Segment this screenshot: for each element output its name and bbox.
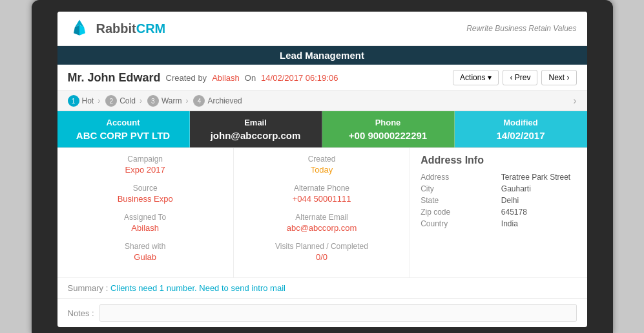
campaign-label: Campaign: [68, 155, 223, 164]
field-source: Source Business Expo: [68, 184, 223, 204]
card-phone: Phone +00 90000222291: [322, 111, 455, 147]
notes-label: Notes :: [68, 308, 94, 318]
main-content: Campaign Expo 2017 Source Business Expo …: [57, 148, 587, 277]
card-phone-label: Phone: [327, 118, 449, 127]
addr-key-state: State: [421, 196, 496, 205]
created-by-prefix: Created by: [166, 73, 207, 83]
card-modified: Modified 14/02/2017: [455, 111, 587, 147]
addr-val-city: Gauharti: [501, 184, 577, 193]
assigned-to-value: Abilash: [68, 223, 223, 233]
laptop-wrapper: RabbitCRM Rewrite Business Retain Values…: [32, 0, 613, 333]
address-grid: Address Teratree Park Street City Gauhar…: [421, 173, 576, 228]
logo-icon: [68, 17, 91, 40]
field-shared-with: Shared with Gulab: [68, 242, 223, 262]
next-button[interactable]: Next ›: [541, 70, 576, 85]
card-modified-label: Modified: [460, 118, 582, 127]
assigned-to-label: Assigned To: [68, 213, 223, 222]
visits-label: Visits Planned / Completed: [244, 242, 399, 251]
card-account: Account ABC CORP PVT LTD: [57, 111, 190, 147]
created-value: Today: [244, 165, 399, 175]
svg-marker-2: [79, 25, 85, 36]
created-label: Created: [244, 155, 399, 164]
addr-val-country: India: [501, 219, 577, 228]
card-phone-value: +00 90000222291: [327, 130, 449, 141]
addr-val-state: Delhi: [501, 196, 577, 205]
addr-key-zip: Zip code: [421, 208, 496, 217]
field-campaign: Campaign Expo 2017: [68, 155, 223, 175]
field-visits: Visits Planned / Completed 0/0: [244, 242, 399, 262]
on-text: On: [245, 73, 256, 83]
left-col: Campaign Expo 2017 Source Business Expo …: [57, 148, 234, 277]
alt-phone-label: Alternate Phone: [244, 184, 399, 193]
source-label: Source: [68, 184, 223, 193]
visits-value: 0/0: [244, 252, 399, 262]
notes-section: Notes :: [57, 298, 587, 327]
tagline: Rewrite Business Retain Values: [466, 24, 576, 33]
addr-key-city: City: [421, 184, 496, 193]
step-badge-4: 4: [193, 95, 205, 107]
summary-text: Clients need 1 number. Need to send intr…: [110, 283, 286, 293]
svg-marker-1: [74, 25, 79, 36]
step-label-archieved: Archieved: [207, 96, 242, 105]
step-label-hot: Hot: [82, 96, 94, 105]
alt-phone-value: +044 50001111: [244, 194, 399, 204]
workflow-step-hot[interactable]: 1 Hot ›: [68, 95, 103, 107]
field-alt-phone: Alternate Phone +044 50001111: [244, 184, 399, 204]
lead-header: Mr. John Edward Created by Abilash On 14…: [57, 65, 587, 91]
logo-rabbit: Rabbit: [96, 21, 136, 36]
app-header: RabbitCRM Rewrite Business Retain Values: [57, 12, 587, 46]
addr-key-country: Country: [421, 219, 496, 228]
logo-text: RabbitCRM: [96, 21, 166, 36]
card-email: Email john@abccorp.com: [190, 111, 322, 147]
card-modified-value: 14/02/2017: [460, 130, 582, 141]
card-email-value: john@abccorp.com: [195, 130, 317, 141]
card-account-value: ABC CORP PVT LTD: [63, 130, 184, 141]
screen-bezel: RabbitCRM Rewrite Business Retain Values…: [32, 0, 613, 333]
addr-val-address: Teratree Park Street: [501, 173, 577, 182]
address-title: Address Info: [421, 155, 576, 166]
data-cards: Account ABC CORP PVT LTD Email john@abcc…: [57, 111, 587, 148]
lead-name: Mr. John Edward: [68, 71, 161, 85]
created-by-link[interactable]: Abilash: [212, 73, 240, 83]
notes-input[interactable]: [99, 304, 577, 322]
logo-crm: CRM: [136, 21, 166, 36]
summary-label: Summary :: [68, 283, 109, 293]
mid-col: Created Today Alternate Phone +044 50001…: [234, 148, 410, 277]
shared-with-value: Gulab: [68, 252, 223, 262]
addr-key-address: Address: [421, 173, 496, 182]
step-label-warm: Warm: [161, 96, 182, 105]
workflow-chevron-right: ›: [573, 95, 576, 107]
screen-content: RabbitCRM Rewrite Business Retain Values…: [57, 12, 587, 327]
lead-actions: Actions ▾ ‹ Prev Next ›: [453, 70, 576, 85]
created-date: 14/02/2017 06:19:06: [261, 73, 338, 83]
alt-email-value: abc@abccorp.com: [244, 223, 399, 233]
workflow-step-warm[interactable]: 3 Warm ›: [147, 95, 191, 107]
actions-button[interactable]: Actions ▾: [453, 70, 499, 85]
step-badge-2: 2: [105, 95, 117, 107]
addr-val-zip: 645178: [501, 208, 577, 217]
lead-name-area: Mr. John Edward Created by Abilash On 14…: [68, 71, 338, 85]
card-email-label: Email: [195, 118, 317, 127]
workflow-bar: 1 Hot › 2 Cold › 3 Warm › 4 Archieved: [57, 91, 587, 111]
step-badge-1: 1: [68, 95, 79, 107]
campaign-value: Expo 2017: [68, 165, 223, 175]
field-alt-email: Alternate Email abc@abccorp.com: [244, 213, 399, 233]
address-section: Address Info Address Teratree Park Stree…: [421, 155, 576, 228]
right-col: Address Info Address Teratree Park Stree…: [410, 148, 587, 277]
page-title: Lead Management: [57, 46, 587, 65]
alt-email-label: Alternate Email: [244, 213, 399, 222]
workflow-step-archieved[interactable]: 4 Archieved: [193, 95, 245, 107]
source-value: Business Expo: [68, 194, 223, 204]
step-badge-3: 3: [147, 95, 159, 107]
field-assigned-to: Assigned To Abilash: [68, 213, 223, 233]
prev-button[interactable]: ‹ Prev: [503, 70, 537, 85]
step-label-cold: Cold: [119, 96, 136, 105]
field-created: Created Today: [244, 155, 399, 175]
shared-with-label: Shared with: [68, 242, 223, 251]
workflow-step-cold[interactable]: 2 Cold ›: [105, 95, 145, 107]
logo-area: RabbitCRM: [68, 17, 166, 40]
card-account-label: Account: [63, 118, 184, 127]
summary-section: Summary : Clients need 1 number. Need to…: [57, 277, 587, 298]
